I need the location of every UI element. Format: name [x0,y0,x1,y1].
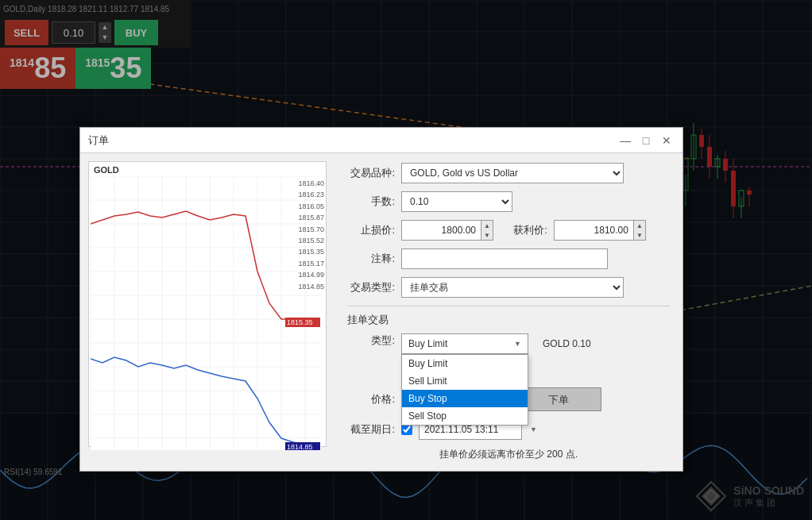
dialog-body: GOLD 1816.401816.231816.051815.871815.70… [80,153,682,471]
instrument-label: 交易品种: [347,166,395,180]
order-type-dropdown-container: 挂单交易 [401,277,624,298]
order-type-row: 交易类型: 挂单交易 [347,277,670,298]
pending-title: 挂单交易 [347,313,670,327]
pending-type-options: Buy Limit Sell Limit Buy Stop Sell Stop [401,354,528,426]
instrument-dropdown-container: GOLD, Gold vs US Dollar [401,163,624,183]
order-dialog: 订单 — □ ✕ GOLD 1816.401816.231816.051815.… [79,127,683,472]
mini-chart: GOLD 1816.401816.231816.051815.871815.70… [88,161,327,447]
comment-row: 注释: [347,248,670,269]
dialog-titlebar: 订单 — □ ✕ [80,128,682,153]
stoploss-label: 止损价: [347,223,395,237]
pending-type-row: 类型: Buy Limit ▼ Buy Limit Sell Limit Buy… [347,333,670,354]
dialog-controls: — □ ✕ [617,133,675,148]
pending-type-label: 类型: [347,333,395,348]
sl-tp-row: 止损价: ▲ ▼ 获利价: ▲ ▼ [347,220,670,241]
gold-badge: GOLD 0.10 [543,338,591,349]
option-buy-stop[interactable]: Buy Stop [402,390,528,407]
lots-label: 手数: [347,195,395,209]
lots-dropdown-container: 0.10 [401,191,512,212]
expiry-label: 截至期日: [347,422,395,437]
minimize-button[interactable]: — [617,133,633,148]
close-button[interactable]: ✕ [659,133,675,148]
pending-section: 挂单交易 类型: Buy Limit ▼ Buy Limit [347,306,670,440]
stoploss-arrows: ▲ ▼ [481,220,493,241]
comment-label: 注释: [347,252,395,266]
order-button[interactable]: 下单 [516,387,601,411]
option-sell-limit[interactable]: Sell Limit [402,372,528,390]
takeprofit-input-group: ▲ ▼ [554,220,646,241]
order-type-select[interactable]: 挂单交易 [401,277,624,298]
mini-chart-label: GOLD [94,165,119,175]
takeprofit-down[interactable]: ▼ [634,230,645,240]
dialog-title: 订单 [88,133,109,148]
instrument-row: 交易品种: GOLD, Gold vs US Dollar [347,163,670,183]
stoploss-down[interactable]: ▼ [481,230,493,240]
stoploss-input[interactable] [401,220,481,241]
pending-type-dropdown: Buy Limit ▼ Buy Limit Sell Limit Buy Sto… [401,333,528,354]
lots-row: 手数: 0.10 [347,191,670,212]
form-area: 交易品种: GOLD, Gold vs US Dollar 手数: 0.10 [334,153,682,471]
takeprofit-label: 获利价: [500,223,547,237]
expiry-checkbox[interactable] [401,424,412,435]
takeprofit-up[interactable]: ▲ [634,221,645,230]
takeprofit-arrows: ▲ ▼ [633,220,646,241]
takeprofit-input[interactable] [554,220,633,241]
stoploss-input-group: ▲ ▼ [401,220,493,241]
comment-input[interactable] [401,248,608,269]
modal-overlay: 订单 — □ ✕ GOLD 1816.401816.231816.051815.… [0,0,812,520]
lots-select[interactable]: 0.10 [401,191,512,212]
pending-type-selected[interactable]: Buy Limit ▼ [401,333,528,354]
option-buy-limit[interactable]: Buy Limit [402,355,528,372]
option-sell-stop[interactable]: Sell Stop [402,407,528,425]
instrument-select[interactable]: GOLD, Gold vs US Dollar [401,163,624,183]
warning-text: 挂单价必须远离市价至少 200 点. [347,448,670,461]
stoploss-up[interactable]: ▲ [481,221,493,230]
order-type-label: 交易类型: [347,280,395,295]
maximize-button[interactable]: □ [638,133,654,148]
pending-price-label: 价格: [347,392,395,406]
